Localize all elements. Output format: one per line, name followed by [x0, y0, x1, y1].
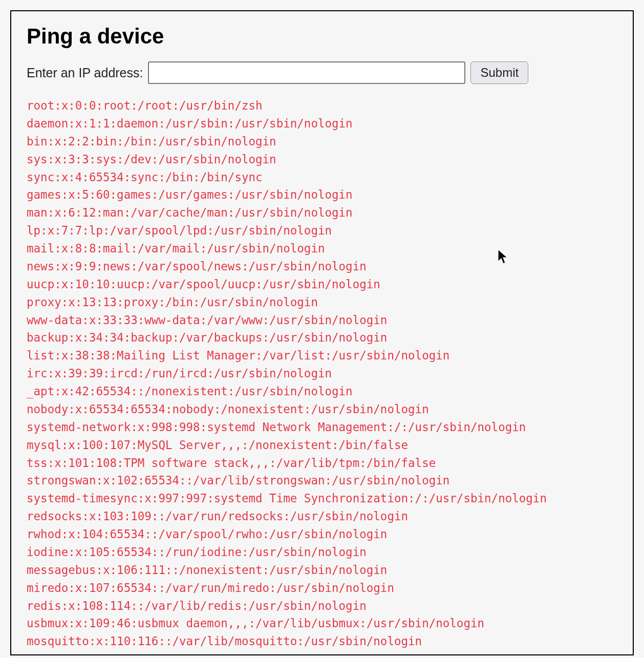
ip-label: Enter an IP address:: [27, 66, 143, 80]
command-output: root:x:0:0:root:/root:/usr/bin/zsh daemo…: [27, 97, 617, 650]
ping-form: Enter an IP address: Submit: [27, 61, 617, 84]
page-title: Ping a device: [27, 24, 617, 49]
ip-input[interactable]: [148, 61, 465, 84]
submit-button[interactable]: Submit: [470, 61, 528, 84]
main-panel: Ping a device Enter an IP address: Submi…: [10, 10, 634, 655]
